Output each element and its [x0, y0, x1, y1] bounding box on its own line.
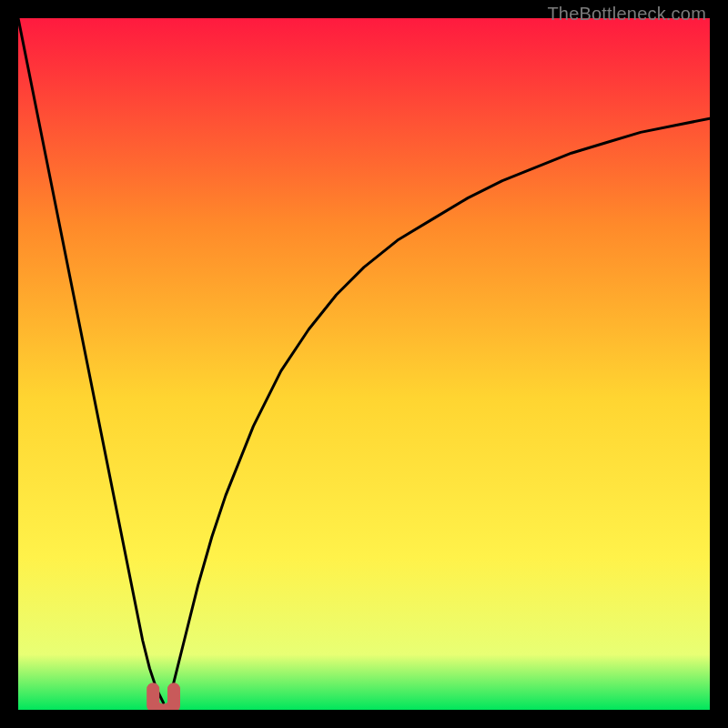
gradient-background: [18, 18, 710, 710]
chart-frame: TheBottleneck.com: [0, 0, 728, 728]
chart-svg: [18, 18, 710, 710]
plot-area: [18, 18, 710, 710]
